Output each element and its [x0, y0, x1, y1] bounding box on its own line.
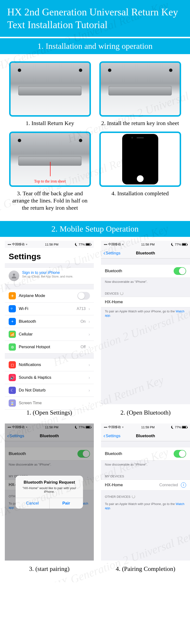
screentime-icon: ⌛ [9, 400, 16, 407]
bt-toggle-label: Bluetooth [105, 268, 171, 274]
signal-icon: ▪▪▪ [8, 243, 11, 246]
cancel-button[interactable]: Cancel [16, 498, 50, 508]
back-label: Settings [106, 434, 120, 438]
bluetooth-icon: ⌖ [9, 318, 16, 325]
back-button[interactable]: ‹Settings [104, 433, 120, 439]
connected-value: Connected [160, 483, 178, 487]
row-bt-toggle: Bluetooth [101, 264, 190, 278]
discoverable-note: Now discoverable as "iPhone". [101, 278, 190, 287]
status-bar: ▪▪▪中国移动ᯤ 11:58 PM ⏾77% [101, 241, 190, 248]
red-annotation: Top to the iron sheet [10, 179, 90, 184]
signal-icon: ▪▪▪ [104, 243, 107, 246]
status-bar: ▪▪▪中国移动ᯤ 11:59 PM ⏾77% [101, 424, 190, 431]
row-hotspot[interactable]: ⊚Personal HotspotOff› [5, 341, 94, 353]
step-caption-3: 3. (start pairing) [5, 565, 94, 572]
screenshot-bluetooth: ▪▪▪中国移动ᯤ 11:58 PM ⏾77% ‹Settings Bluetoo… [101, 241, 190, 404]
screenshot-4-wrapper: ▪▪▪中国移动ᯤ 11:59 PM ⏾77% ‹Settings Bluetoo… [101, 424, 190, 572]
row-sounds[interactable]: 🔊Sounds & Haptics› [5, 371, 94, 384]
row-cellular[interactable]: 📶Cellular› [5, 328, 94, 341]
signin-title: Sign in to your iPhone [22, 270, 73, 275]
step-caption-4: 4. (Pairing Completion) [101, 565, 190, 572]
wifi-icon: ᯤ [122, 243, 125, 246]
watch-note: To pair an Apple Watch with your iPhone,… [101, 307, 190, 321]
pair-button[interactable]: Pair [50, 498, 83, 508]
battery-pct: 77% [175, 243, 181, 246]
modal-overlay: Bluetooth Pairing Request "HX-Home" woul… [5, 424, 94, 560]
chevron-left-icon: ‹ [104, 433, 105, 439]
wifi-label: Wi-Fi [19, 306, 74, 311]
wifi-value: A713 [77, 306, 86, 311]
install-grid: 1. Install Return Key 2. Install the ret… [0, 54, 190, 221]
wifi-icon: ᯤ [122, 426, 125, 429]
status-time: 11:59 PM [141, 426, 155, 429]
chevron-icon: › [88, 344, 90, 350]
spinner-icon [120, 292, 124, 295]
pairing-alert: Bluetooth Pairing Request "HX-Home" woul… [16, 476, 83, 508]
main-title: HX 2nd Generation Universal Return Key T… [7, 6, 183, 31]
chevron-icon: › [88, 362, 90, 368]
install-photo-2 [99, 61, 181, 117]
airplane-label: Airplane Mode [19, 294, 74, 298]
bt-toggle-list: Bluetooth [101, 447, 190, 460]
row-bluetooth[interactable]: ⌖BluetoothOn› [5, 315, 94, 328]
settings-list-1: ✈Airplane Mode ᯤWi-FiA713› ⌖BluetoothOn›… [5, 289, 94, 354]
row-hx-home[interactable]: HX-Home [101, 297, 190, 307]
bt-toggle-list: Bluetooth [101, 264, 190, 278]
other-devices-header: OTHER DEVICES [101, 490, 190, 500]
row-dnd[interactable]: ☾Do Not Disturb› [5, 384, 94, 397]
install-caption-4: 4. Installation completed [112, 190, 169, 197]
cellular-icon: 📶 [9, 331, 16, 338]
back-button[interactable]: ‹Settings [104, 250, 120, 256]
section-1-header: 1. Installation and wiring operation [0, 38, 190, 54]
sounds-icon: 🔊 [9, 374, 16, 381]
step-caption-2: 2. (Open Bluetooth) [101, 409, 190, 416]
main-title-block: HX 2nd Generation Universal Return Key T… [0, 0, 190, 37]
status-bar: ▪▪▪中国移动ᯤ 11:58 PM ⏾77% [5, 241, 94, 248]
nav-title: Bluetooth [136, 434, 155, 438]
signal-icon: ▪▪▪ [104, 426, 107, 429]
row-notifications[interactable]: ◻Notifications› [5, 358, 94, 371]
chevron-icon: › [88, 319, 90, 324]
screenshot-pairing: ▪▪▪中国移动ᯤ 11:58 PM ⏾77% ‹Settings Bluetoo… [5, 424, 94, 560]
carrier: 中国移动 [108, 242, 121, 246]
svg-point-0 [13, 274, 15, 276]
chevron-icon: › [88, 375, 90, 380]
hot-value: Off [80, 345, 86, 349]
devices-header: DEVICES [101, 287, 190, 297]
chevron-icon: › [88, 388, 90, 393]
my-devices-header: MY DEVICES [101, 470, 190, 480]
wifi-icon: ᯤ [26, 243, 28, 246]
install-photo-1 [9, 61, 91, 117]
airplane-toggle[interactable] [78, 292, 90, 300]
chevron-left-icon: ‹ [104, 250, 105, 256]
bt-label: Bluetooth [19, 319, 78, 324]
row-wifi[interactable]: ᯤWi-FiA713› [5, 302, 94, 315]
my-devices-list: HX-HomeConnectedi [101, 480, 190, 490]
signin-row[interactable]: Sign in to your iPhoneSet up iCloud, the… [5, 268, 94, 284]
nav-bar: ‹Settings Bluetooth [101, 431, 190, 441]
hx-label: HX-Home [105, 483, 156, 488]
install-caption-1: 1. Install Return Key [26, 120, 74, 127]
screenshot-connected: ▪▪▪中国移动ᯤ 11:59 PM ⏾77% ‹Settings Bluetoo… [101, 424, 190, 560]
setup-grid: ▪▪▪中国移动ᯤ 11:58 PM ⏾77% Settings Sign in … [0, 237, 190, 582]
battery-pct: 77% [175, 426, 181, 429]
nav-title: Bluetooth [136, 251, 155, 256]
dnd-label: Do Not Disturb [19, 388, 86, 393]
bt-toggle[interactable] [174, 450, 186, 458]
bt-toggle[interactable] [174, 267, 186, 275]
row-screentime[interactable]: ⌛Screen Time› [5, 397, 94, 409]
row-hx-home-connected[interactable]: HX-HomeConnectedi [101, 480, 190, 490]
status-time: 11:58 PM [45, 243, 58, 246]
sound-label: Sounds & Haptics [19, 375, 86, 380]
row-airplane[interactable]: ✈Airplane Mode [5, 289, 94, 302]
chevron-icon: › [88, 401, 90, 406]
screenshot-3-wrapper: ▪▪▪中国移动ᯤ 11:58 PM ⏾77% ‹Settings Bluetoo… [5, 424, 94, 572]
battery-pct: 77% [79, 243, 85, 246]
hot-label: Personal Hotspot [19, 344, 78, 350]
install-cell-4: 4. Installation completed [98, 132, 183, 212]
time-label: Screen Time [19, 401, 86, 406]
notifications-icon: ◻ [9, 361, 16, 368]
status-time: 11:58 PM [141, 243, 155, 246]
info-icon[interactable]: i [181, 482, 186, 488]
install-caption-2: 2. Install the return key iron sheet [101, 120, 179, 127]
